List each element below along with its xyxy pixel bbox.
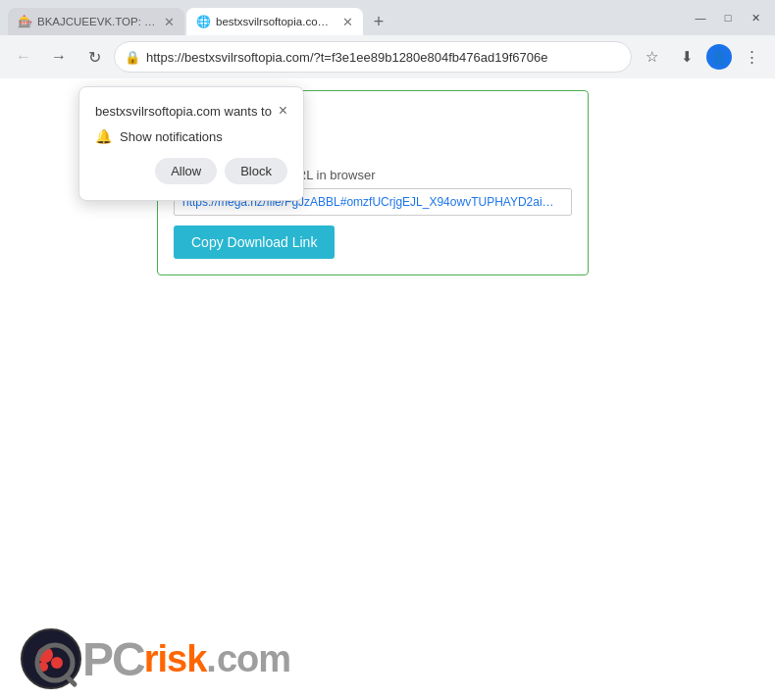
pcrisk-com-text: com [217, 638, 290, 680]
pcrisk-logo-icon [20, 627, 82, 690]
tab2-close-icon[interactable]: ✕ [342, 15, 353, 29]
tab-1[interactable]: 🎰 BKAJCUEEVK.TOP: Crypto Casin... ✕ [8, 8, 184, 35]
profile-icon: 👤 [711, 50, 727, 65]
popup-buttons: Allow Block [95, 158, 287, 184]
svg-point-2 [51, 657, 63, 669]
tab1-close-icon[interactable]: ✕ [164, 15, 175, 29]
popup-close-icon[interactable]: × [279, 103, 287, 119]
reload-button[interactable]: ↻ [78, 41, 110, 73]
back-button[interactable]: ← [8, 41, 39, 73]
tabs-area: 🎰 BKAJCUEEVK.TOP: Crypto Casin... ✕ 🌐 be… [8, 0, 681, 35]
allow-button[interactable]: Allow [155, 158, 217, 184]
notification-popup: bestxsvilrsoftopia.com wants to × 🔔 Show… [78, 86, 304, 201]
block-button[interactable]: Block [225, 158, 287, 184]
address-text: https://bestxsvilrsoftopia.com/?t=f3e1ee… [146, 50, 621, 65]
nav-bar: ← → ↻ 🔒 https://bestxsvilrsoftopia.com/?… [0, 35, 775, 78]
new-tab-button[interactable]: + [365, 8, 392, 35]
popup-title-row: bestxsvilrsoftopia.com wants to × [95, 103, 287, 119]
tab1-favicon-icon: 🎰 [18, 15, 31, 28]
address-bar[interactable]: 🔒 https://bestxsvilrsoftopia.com/?t=f3e1… [114, 41, 632, 73]
pcrisk-risk-text: risk [144, 638, 207, 680]
pcrisk-pc-text: PC [82, 632, 144, 686]
pcrisk-dot: . [206, 638, 217, 680]
notification-label: Show notifications [120, 129, 223, 144]
pcrisk-logo: PC risk . com [20, 627, 290, 690]
browser-frame: 🎰 BKAJCUEEVK.TOP: Crypto Casin... ✕ 🌐 be… [0, 0, 775, 700]
title-bar: 🎰 BKAJCUEEVK.TOP: Crypto Casin... ✕ 🌐 be… [0, 0, 775, 35]
nav-actions: ☆ ⬇ 👤 ⋮ [636, 41, 767, 73]
popup-title: bestxsvilrsoftopia.com wants to [95, 104, 272, 119]
tab1-label: BKAJCUEEVK.TOP: Crypto Casin... [37, 16, 156, 27]
download-button[interactable]: ⬇ [671, 41, 702, 73]
forward-button[interactable]: → [43, 41, 75, 73]
bell-icon: 🔔 [95, 128, 112, 144]
tab2-label: bestxsvilrsoftopia.com/?t=f3e1... [216, 16, 335, 27]
window-controls: — □ ✕ [689, 10, 767, 25]
tab-2[interactable]: 🌐 bestxsvilrsoftopia.com/?t=f3e1... ✕ [186, 8, 363, 35]
security-icon: 🔒 [125, 50, 140, 65]
minimize-button[interactable]: — [689, 10, 712, 25]
profile-button[interactable]: 👤 [706, 44, 732, 70]
bookmark-button[interactable]: ☆ [636, 41, 667, 73]
page-content: bestxsvilrsoftopia.com wants to × 🔔 Show… [0, 78, 775, 700]
copy-download-link-button[interactable]: Copy Download Link [174, 225, 335, 259]
menu-button[interactable]: ⋮ [736, 41, 767, 73]
maximize-button[interactable]: □ [716, 10, 740, 25]
close-button[interactable]: ✕ [744, 10, 767, 25]
tab2-favicon-icon: 🌐 [196, 15, 210, 28]
notification-row: 🔔 Show notifications [95, 128, 287, 144]
